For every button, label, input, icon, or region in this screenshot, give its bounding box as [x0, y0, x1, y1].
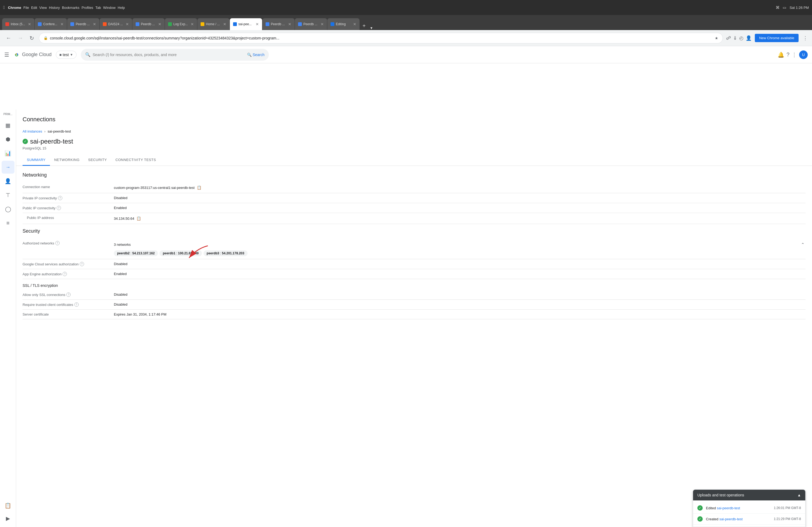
copy-connection-name-button[interactable]: 📋	[196, 185, 202, 190]
display-icon[interactable]: ◴	[739, 35, 743, 41]
tab-peerdb2-close[interactable]: ✕	[158, 22, 161, 26]
tab-saipee[interactable]: sai-pee... ✕	[230, 18, 262, 30]
tab-peerdb1[interactable]: Peerdb ... ✕	[67, 18, 99, 30]
help-icon[interactable]: ?	[786, 51, 789, 58]
databases-icon: ⊤	[6, 192, 10, 198]
chrome-menu-item-chrome[interactable]: Chrome	[8, 6, 21, 10]
tab-home[interactable]: Home / ... ✕	[197, 18, 230, 30]
sidebar-item-copy[interactable]: 📋	[2, 499, 14, 512]
uploads-header: Uploads and test operations ▲	[693, 490, 805, 500]
extensions-icon[interactable]: ☍	[726, 35, 731, 41]
tab-conf-label: Confere...	[43, 22, 58, 26]
trusted-certs-value: Disabled	[114, 302, 806, 306]
tab-networking[interactable]: NETWORKING	[50, 154, 84, 166]
tab-saipee-close[interactable]: ✕	[256, 22, 259, 26]
tab-logexp-close[interactable]: ✕	[191, 22, 194, 26]
apple-icon[interactable]: 	[3, 5, 5, 10]
gcloud-auth-row: Google Cloud services authorization ? Di…	[23, 259, 806, 269]
chrome-options-icon[interactable]: ⋮	[803, 35, 808, 41]
sidebar: PRIM... ▦ ⬢ 📊 → 👤 ⊤ ◯ ≡	[0, 109, 16, 527]
sidebar-item-expand[interactable]: ▶	[2, 512, 14, 525]
tab-gmail-close[interactable]: ✕	[28, 22, 31, 26]
sidebar-item-monitoring[interactable]: ⬢	[2, 133, 14, 146]
tab-peerdb1-close[interactable]: ✕	[93, 22, 96, 26]
tab-peerdb4[interactable]: Peerdb ... ✕	[295, 18, 327, 30]
tab-connectivity[interactable]: CONNECTIVITY TESTS	[111, 154, 160, 166]
breadcrumb-all-instances[interactable]: All instances	[23, 129, 42, 133]
upload-time-created: 1:21:29 PM GMT-8	[774, 517, 801, 521]
tab-logexp[interactable]: Log Exp... ✕	[165, 18, 197, 30]
sidebar-item-databases[interactable]: ⊤	[2, 189, 14, 201]
chrome-menu-item-bookmarks[interactable]: Bookmarks	[62, 6, 79, 10]
tab-peerdb3[interactable]: Peerdb ... ✕	[262, 18, 294, 30]
tab-peerdb4-close[interactable]: ✕	[321, 22, 324, 26]
tab-editing-close[interactable]: ✕	[353, 22, 356, 26]
tab-editing[interactable]: Editing ✕	[327, 18, 360, 30]
tab-conf-close[interactable]: ✕	[60, 22, 64, 26]
tab-dais24[interactable]: DAIS24 ... ✕	[100, 18, 132, 30]
notifications-icon[interactable]: 🔔	[778, 51, 784, 58]
back-button[interactable]: ←	[4, 33, 13, 43]
private-ip-row: Private IP connectivity ? Disabled	[23, 193, 806, 203]
gcloud-auth-help-icon[interactable]: ?	[80, 262, 84, 266]
sidebar-item-users[interactable]: 👤	[2, 175, 14, 187]
url-bar[interactable]: 🔒 console.cloud.google.com/sql/instances…	[39, 33, 723, 44]
chrome-menu-item-tab[interactable]: Tab	[95, 6, 101, 10]
uploads-collapse-icon[interactable]: ▲	[797, 493, 801, 497]
tab-security[interactable]: SECURITY	[84, 154, 111, 166]
chrome-menu-item-help[interactable]: Help	[118, 6, 125, 10]
sidebar-item-overview[interactable]: ▦	[2, 119, 14, 132]
copy-ip-button[interactable]: 📋	[136, 216, 142, 221]
star-icon[interactable]: ★	[715, 36, 718, 40]
chrome-menu-item-history[interactable]: History	[49, 6, 60, 10]
upload-link-edited[interactable]: sai-peerdb-test	[717, 506, 740, 510]
public-ip-address-row: Public IP address 34.134.50.64 📋	[23, 213, 806, 224]
hamburger-menu[interactable]: ☰	[4, 51, 9, 58]
user-avatar[interactable]: U	[799, 50, 808, 59]
sidebar-item-connections[interactable]: →	[2, 161, 14, 174]
sidebar-item-analytics[interactable]: 📊	[2, 147, 14, 160]
public-ip-address-text: 34.134.50.64	[114, 216, 134, 221]
tab-peerdb1-label: Peerdb ...	[76, 22, 90, 26]
chrome-menu-item-view[interactable]: View	[39, 6, 47, 10]
ssl-only-help-icon[interactable]: ?	[66, 292, 71, 297]
public-ip-help-icon[interactable]: ?	[57, 206, 61, 210]
battery-icon: ▭	[783, 5, 786, 10]
tab-saipee-label: sai-pee...	[238, 22, 253, 26]
chrome-menu-item-profiles[interactable]: Profiles	[82, 6, 93, 10]
gcloud-logo[interactable]: Google Cloud	[13, 51, 52, 58]
tab-gmail[interactable]: Inbox (5... ✕	[2, 18, 34, 30]
tab-dais24-close[interactable]: ✕	[126, 22, 129, 26]
new-chrome-button[interactable]: New Chrome available	[755, 34, 799, 42]
tab-peerdb2[interactable]: Peerdb ... ✕	[132, 18, 164, 30]
upload-link-created[interactable]: sai-peerdb-test	[719, 517, 743, 521]
tab-conf[interactable]: Confere... ✕	[35, 18, 67, 30]
authorized-networks-help-icon[interactable]: ?	[55, 241, 60, 245]
chrome-menu-item-edit[interactable]: Edit	[31, 6, 37, 10]
search-bar-main[interactable]: 🔍 🔍 Search	[81, 49, 269, 61]
tab-home-close[interactable]: ✕	[223, 22, 226, 26]
project-selector[interactable]: ■ test ▼	[56, 51, 76, 59]
search-input[interactable]	[93, 52, 245, 57]
tab-peerdb3-close[interactable]: ✕	[288, 22, 291, 26]
app-engine-auth-help-icon[interactable]: ?	[62, 272, 67, 276]
private-ip-help-icon[interactable]: ?	[58, 196, 62, 200]
tabs-overflow[interactable]: ▼	[370, 26, 373, 30]
chrome-menu-item-file[interactable]: File	[23, 6, 29, 10]
sidebar-item-operations[interactable]: ◯	[2, 202, 14, 215]
sidebar-item-labels[interactable]: ≡	[2, 216, 14, 229]
tab-home-label: Home / ...	[206, 22, 220, 26]
chrome-menu-item-window[interactable]: Window	[103, 6, 115, 10]
search-button[interactable]: 🔍 Search	[247, 52, 264, 57]
analytics-icon: 📊	[4, 150, 11, 156]
forward-button[interactable]: →	[16, 33, 25, 43]
new-tab-button[interactable]: +	[360, 21, 368, 30]
expand-icon: ▶	[6, 515, 10, 522]
collapse-networks-button[interactable]: ⌃	[800, 241, 806, 248]
tab-summary[interactable]: SUMMARY	[23, 154, 50, 166]
reload-button[interactable]: ↻	[28, 33, 36, 43]
profile-avatar[interactable]: 👤	[746, 35, 752, 41]
download-icon[interactable]: ⇓	[733, 35, 737, 41]
more-options-icon[interactable]: ⋮	[792, 51, 797, 58]
trusted-certs-help-icon[interactable]: ?	[74, 302, 79, 307]
